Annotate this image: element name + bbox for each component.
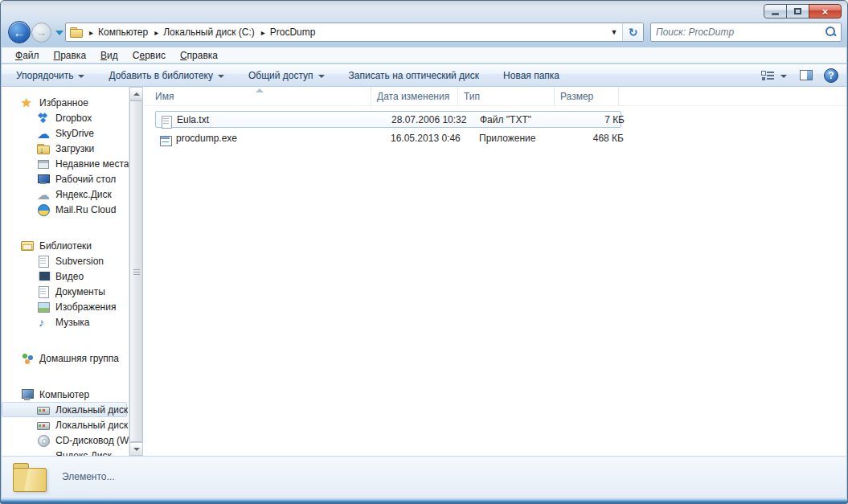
sidebar-item-label: Mail.Ru Cloud [55,204,116,215]
cd-drive-icon [37,434,50,447]
sidebar-item-mailru-cloud[interactable]: Mail.Ru Cloud [2,202,129,217]
file-modified-date: 16.05.2013 0:46 [391,133,461,144]
menu-view[interactable]: Вид [93,48,125,63]
sidebar-gap [2,217,129,238]
recent-pages-dropdown-icon[interactable] [55,31,63,35]
mailru-cloud-icon [37,203,50,216]
text-file-icon [160,116,173,129]
hard-drive-icon [37,404,50,416]
column-header-type[interactable]: Тип [458,87,555,106]
menu-file[interactable]: Файл [8,48,47,63]
explorer-window: × ← → ▸ Компьютер ▸ Локальный диск (C:) … [0,0,848,504]
toolbar-right-group: ? [761,68,838,83]
breadcrumb-item-procdump[interactable]: ▸ ProcDump [258,23,319,41]
sidebar-item-label: Музыка [55,317,89,328]
forward-icon: → [36,27,47,39]
sidebar-item-pictures[interactable]: Изображения [2,299,129,314]
sidebar-item-cd-drive[interactable]: CD-дисковод (W:) [2,432,129,448]
sidebar-group-computer[interactable]: Компьютер [2,387,129,402]
sidebar-group-label: Домашняя группа [39,353,119,364]
sidebar-group-homegroup[interactable]: Домашняя группа [2,350,129,366]
search-icon[interactable] [823,25,838,39]
dropbox-icon [37,112,50,125]
sidebar-item-label: Subversion [55,256,104,267]
navigation-bar: ← → ▸ Компьютер ▸ Локальный диск (C:) ▸ … [1,20,847,47]
breadcrumb-item-computer[interactable]: ▸ Компьютер [86,23,151,41]
sidebar-item-label: CD-дисковод (W:) [55,435,129,446]
column-header-date[interactable]: Дата изменения [371,87,458,106]
sidebar-scrollbar[interactable] [129,87,142,456]
menu-edit[interactable]: Правка [47,48,94,63]
pictures-library-icon [37,301,50,313]
burn-to-disc-button[interactable]: Записать на оптический диск [339,67,490,84]
sidebar-item-downloads[interactable]: ↓ Загрузки [2,141,129,156]
sidebar-item-skydrive[interactable]: SkyDrive [2,125,129,141]
forward-button[interactable]: → [31,23,51,43]
desktop-icon [37,173,50,186]
file-modified-date: 28.07.2006 10:32 [391,114,466,125]
scroll-up-button[interactable] [129,87,143,100]
back-button[interactable]: ← [8,21,31,43]
homegroup-icon [21,352,34,365]
help-icon[interactable]: ? [824,68,838,83]
menu-help[interactable]: Справка [173,48,225,63]
minimize-button[interactable] [764,4,787,18]
sidebar-item-desktop[interactable]: Рабочий стол [2,171,129,186]
window-bottom-edge [1,498,847,503]
preview-pane-icon[interactable] [800,70,813,80]
maximize-button[interactable] [786,4,809,18]
scroll-down-button[interactable] [129,442,143,456]
downloads-folder-icon: ↓ [37,142,50,155]
breadcrumb-item-local-disk-c[interactable]: ▸ Локальный диск (C:) [151,23,258,41]
hard-drive-icon [37,419,50,432]
search-input[interactable] [651,25,823,39]
address-history-dropdown[interactable]: ▼ [606,28,622,36]
favorites-star-icon [21,96,34,109]
add-to-library-button[interactable]: Добавить в библиотеку [99,67,234,84]
share-button[interactable]: Общий доступ [239,67,334,84]
refresh-icon: ↻ [629,26,638,39]
refresh-button[interactable]: ↻ [622,23,643,41]
file-size: 7 КБ [534,114,625,125]
file-row-eula-txt[interactable]: Eula.txt 28.07.2006 10:32 Файл "TXT" 7 К… [155,111,621,128]
breadcrumb-separator-icon: ▸ [89,28,93,37]
file-row-procdump-exe[interactable]: procdump.exe 16.05.2013 0:46 Приложение … [155,129,621,146]
scrollbar-thumb[interactable] [129,100,143,442]
sidebar-group-favorites[interactable]: Избранное [2,95,129,110]
breadcrumb-label: Компьютер [98,27,148,38]
items-count-label: Элементо... [62,471,115,482]
folder-preview-icon [13,461,48,492]
address-bar[interactable]: ▸ Компьютер ▸ Локальный диск (C:) ▸ Proc… [65,23,644,42]
sidebar-item-recent-places[interactable]: Недавние места [2,156,129,171]
column-header-name[interactable]: Имя [150,87,371,106]
details-pane: Элементо... [2,456,846,498]
sidebar-group-libraries[interactable]: Библиотеки [2,238,129,253]
sidebar-item-dropbox[interactable]: Dropbox [2,110,129,125]
view-dropdown-arrow-icon[interactable] [780,75,787,78]
sidebar-group-label: Компьютер [39,389,89,400]
sidebar-item-documents[interactable]: Документы [2,284,129,299]
sidebar-item-yandex-disk-drive[interactable]: Яндекс.Диск [2,448,129,456]
scroll-up-icon [133,92,140,96]
close-icon: × [822,6,829,17]
sidebar-item-local-disk-d[interactable]: Локальный диск (D:) [2,417,129,432]
close-button[interactable]: × [809,4,842,18]
sidebar-item-label: SkyDrive [55,128,94,139]
sidebar-item-videos[interactable]: Видео [2,268,129,284]
navigation-pane: Избранное Dropbox SkyDrive ↓ Загрузки Не… [2,87,129,456]
new-folder-button[interactable]: Новая папка [494,67,569,84]
change-view-icon[interactable] [761,70,774,80]
sidebar-item-label: Недавние места [55,158,129,170]
sidebar-item-subversion[interactable]: Subversion [2,253,129,268]
menu-tools[interactable]: Сервис [125,48,173,63]
sidebar-item-yandex-disk[interactable]: Яндекс.Диск [2,186,129,202]
organize-button[interactable]: Упорядочить [6,67,94,84]
column-header-size[interactable]: Размер [555,87,619,106]
sidebar-item-music[interactable]: Музыка [2,314,129,330]
sidebar-item-local-disk-c[interactable]: Локальный диск (C:) [2,402,127,417]
content-area: Избранное Dropbox SkyDrive ↓ Загрузки Не… [2,87,846,456]
column-headers: Имя Дата изменения Тип Размер [143,87,846,106]
dropdown-arrow-icon [318,75,325,78]
file-type: Файл "TXT" [480,114,531,125]
skydrive-cloud-icon [37,127,50,140]
